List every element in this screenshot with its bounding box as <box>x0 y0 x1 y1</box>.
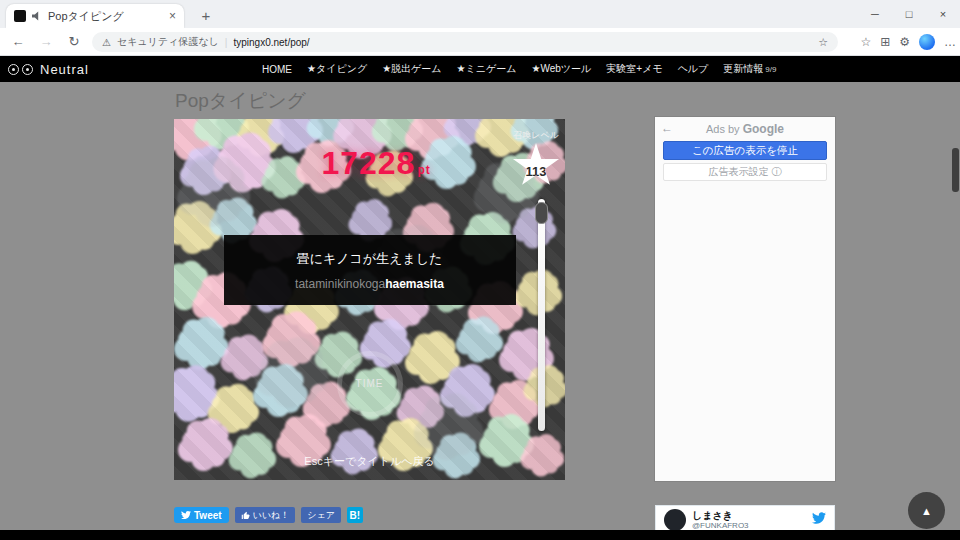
close-window-button[interactable]: × <box>926 0 960 28</box>
score-display: 17228pt <box>321 145 430 182</box>
ad-stop-button[interactable]: この広告の表示を停止 <box>663 141 827 160</box>
pop-blob <box>174 119 207 147</box>
pop-blob <box>500 390 528 418</box>
ad-settings-button[interactable]: 広告表示設定 ⓘ <box>663 163 827 181</box>
minimize-button[interactable]: ─ <box>858 0 892 28</box>
nav-lab-memo[interactable]: 実験室+メモ <box>606 62 662 76</box>
level-gauge-track <box>538 199 545 431</box>
facebook-like-button[interactable]: いいね！ <box>235 507 296 523</box>
nav-web-tools[interactable]: ★Webツール <box>531 62 591 76</box>
ad-back-icon[interactable]: ← <box>661 121 673 135</box>
tweet-button[interactable]: Tweet <box>174 507 229 523</box>
pop-blob <box>231 344 257 370</box>
page-scrollbar-thumb[interactable] <box>952 148 959 192</box>
browser-tab[interactable]: Popタイピング × <box>6 4 184 28</box>
profile-avatar[interactable] <box>919 34 935 50</box>
pop-blob <box>220 207 246 233</box>
back-button[interactable]: ← <box>8 32 28 52</box>
typing-prompt-box: 畳にキノコが生えました tataminikinokogahaemasita <box>224 235 516 305</box>
nav-typing[interactable]: ★タイピング <box>307 62 367 76</box>
summon-level-label: 召喚レベル <box>513 129 559 142</box>
nav-help[interactable]: ヘルプ <box>678 62 709 76</box>
forward-button: → <box>36 32 56 52</box>
browser-window: Popタイピング × + ─ □ × ← → ↻ ⚠ セキュリティ保護なし | … <box>0 0 960 540</box>
menu-ellipsis-icon[interactable]: … <box>944 35 956 49</box>
pop-blob <box>271 352 311 392</box>
prompt-japanese: 畳にキノコが生えました <box>224 250 516 268</box>
pop-blob <box>358 208 382 232</box>
logo-eye-icon <box>8 64 19 75</box>
tweet-label: Tweet <box>194 510 222 521</box>
refresh-button[interactable]: ↻ <box>64 32 84 52</box>
facebook-share-button[interactable]: シェア <box>301 507 341 523</box>
security-label: セキュリティ保護なし <box>117 35 219 49</box>
romaji-typed: tataminikinokoga <box>295 277 385 291</box>
esc-hint: Escキーでタイトルへ戻る <box>174 454 565 469</box>
maximize-button[interactable]: □ <box>892 0 926 28</box>
pop-blob <box>313 391 339 417</box>
twitter-avatar[interactable] <box>664 509 686 531</box>
tab-strip: Popタイピング × + ─ □ × <box>0 0 960 28</box>
twitter-handle: @FUNKAFRO3 <box>692 521 749 530</box>
pop-blob <box>193 171 233 211</box>
pop-blob <box>407 395 433 421</box>
level-gauge-thumb[interactable] <box>535 202 548 224</box>
address-bar[interactable]: ⚠ セキュリティ保護なし | typingx0.net/pop/ ☆ <box>92 32 838 52</box>
time-ring: TIME <box>337 351 403 417</box>
pop-blob <box>511 339 541 369</box>
pop-blob <box>317 119 343 136</box>
pop-blob <box>227 145 261 179</box>
thumb-up-icon <box>241 511 250 520</box>
tab-title: Popタイピング <box>48 9 163 24</box>
nav-home[interactable]: HOME <box>262 64 292 75</box>
tab-close-icon[interactable]: × <box>169 9 176 23</box>
pop-blob <box>280 119 310 141</box>
nav-mini-game[interactable]: ★ミニゲーム <box>457 62 517 76</box>
pop-blob <box>206 119 236 138</box>
up-arrow-icon: ▲ <box>921 505 932 517</box>
pop-blob <box>219 394 247 422</box>
site-nav: HOME ★タイピング ★脱出ゲーム ★ミニゲーム ★Webツール 実験室+メモ… <box>262 62 776 76</box>
site-favicon-icon <box>14 10 26 22</box>
share-buttons: Tweet いいね！ シェア B! <box>174 507 363 523</box>
security-warning-icon[interactable]: ⚠ <box>102 37 111 48</box>
pop-blob <box>174 271 200 299</box>
hatena-bookmark-button[interactable]: B! <box>347 507 363 523</box>
ad-panel: ← Ads by Google この広告の表示を停止 広告表示設定 ⓘ <box>655 117 835 481</box>
pop-blob <box>433 147 463 177</box>
page-title: Popタイピング <box>175 88 306 114</box>
pop-blob <box>417 342 447 372</box>
tab-audio-icon[interactable] <box>32 11 42 21</box>
site-logo[interactable]: Neutral <box>8 62 89 77</box>
twitter-logo-icon[interactable] <box>812 511 826 529</box>
info-icon: ⓘ <box>772 165 782 179</box>
pop-blob <box>288 425 318 455</box>
share-label: シェア <box>307 509 335 522</box>
scroll-to-top-button[interactable]: ▲ <box>908 492 945 529</box>
score-unit: pt <box>417 163 430 177</box>
ad-brand: Google <box>743 122 784 136</box>
url-text[interactable]: typingx0.net/pop/ <box>233 37 812 48</box>
ad-header: ← Ads by Google <box>655 117 835 139</box>
favorites-icon[interactable]: ☆ <box>860 35 871 49</box>
update-badge: 9/9 <box>765 65 776 74</box>
ad-settings-label: 広告表示設定 <box>709 165 769 179</box>
bookmark-star-icon[interactable]: ☆ <box>818 36 828 49</box>
nav-updates[interactable]: 更新情報9/9 <box>723 62 776 76</box>
pop-blob <box>174 377 206 409</box>
twitter-name: しまさき <box>692 510 749 521</box>
logo-text: Neutral <box>40 62 89 77</box>
game-canvas[interactable]: 17228pt 召喚レベル 113 畳にキノコが生えました tataminiki… <box>174 119 565 480</box>
time-label: TIME <box>342 356 398 412</box>
site-header: Neutral HOME ★タイピング ★脱出ゲーム ★ミニゲーム ★Webツー… <box>0 56 960 82</box>
new-tab-button[interactable]: + <box>194 4 218 28</box>
bottom-black-bar <box>0 530 960 540</box>
pop-blob <box>488 173 524 209</box>
pop-blob <box>383 119 411 140</box>
window-controls: ─ □ × <box>858 0 960 28</box>
collections-icon[interactable]: ⊞ <box>880 35 890 49</box>
settings-gear-icon[interactable]: ⚙ <box>899 35 910 49</box>
pop-blob <box>346 119 378 146</box>
nav-escape-game[interactable]: ★脱出ゲーム <box>382 62 441 76</box>
twitter-bird-icon <box>181 510 191 520</box>
